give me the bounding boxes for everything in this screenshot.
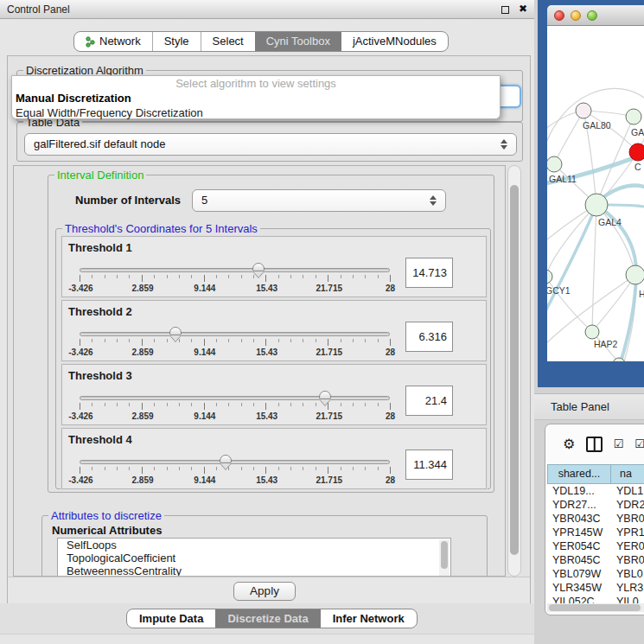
table-row[interactable]: YDL19...YDL1 (547, 484, 644, 498)
dropdown-option[interactable]: Manual Discretization (12, 91, 500, 105)
network-node-red[interactable] (629, 143, 644, 161)
slider-thumb[interactable] (220, 455, 232, 463)
slider-tick (278, 467, 279, 470)
tab-cyni-toolbox[interactable]: Cyni Toolbox (255, 32, 341, 51)
tick-label: 21.715 (316, 284, 342, 293)
tick-label: 15.43 (256, 411, 277, 421)
slider-tick (316, 275, 316, 278)
slider-tick (265, 467, 266, 474)
tab-discretize-data[interactable]: Discretize Data (215, 609, 320, 628)
slider-tick (191, 403, 192, 406)
network-node-green[interactable] (547, 156, 562, 172)
threshold-slider[interactable]: -3.4262.8599.14415.4321.71528 (80, 327, 390, 356)
list-item[interactable]: SelfLoops (58, 539, 450, 552)
network-edge[interactable] (547, 205, 596, 277)
slider-tick (92, 339, 92, 342)
table-row[interactable]: YIL052CYIL0 (547, 595, 644, 603)
table-data-combobox[interactable]: galFiltered.sif default node (24, 133, 517, 156)
apply-button[interactable]: Apply (233, 582, 296, 601)
table-row[interactable]: YLR345WYLR3 (547, 581, 644, 595)
table-row[interactable]: YBL079WYBL0 (547, 567, 644, 581)
network-edge[interactable] (554, 111, 583, 164)
tab-label: jActiveMNodules (353, 32, 437, 51)
close-traffic-light-icon[interactable] (554, 10, 564, 21)
tab-network[interactable]: Network (74, 32, 152, 51)
table-row[interactable]: YBR043CYBR0 (547, 512, 644, 526)
network-node-green[interactable] (626, 265, 644, 284)
network-node-green[interactable] (585, 325, 599, 339)
slider-track[interactable] (80, 332, 390, 336)
cell-shared-name: YPR145W (547, 526, 611, 539)
node-label: C (634, 162, 641, 172)
tick-label: 28 (386, 284, 395, 293)
threshold-slider[interactable]: -3.4262.8599.14415.4321.71528 (80, 391, 390, 420)
network-edge[interactable] (592, 205, 596, 332)
tab-select[interactable]: Select (201, 32, 255, 51)
slider-track[interactable] (80, 268, 390, 272)
slider-tick (216, 403, 217, 406)
tick-label: 2.859 (132, 348, 154, 357)
main-scrollbar[interactable] (507, 165, 521, 577)
list-item[interactable]: BetweennessCentrality (58, 564, 450, 577)
slider-tick (80, 403, 80, 410)
slider-tick (80, 339, 80, 346)
threshold-slider[interactable]: -3.4262.8599.14415.4321.71528 (80, 455, 390, 484)
slider-thumb[interactable] (319, 391, 331, 399)
threshold-slider[interactable]: -3.4262.8599.14415.4321.71528 (80, 263, 390, 292)
network-node-green[interactable] (585, 194, 608, 216)
table-horizontal-scrollbar[interactable] (547, 603, 644, 612)
checkbox-checked-icon[interactable]: ☑ (614, 437, 624, 451)
slider-tick (117, 403, 118, 406)
network-edge-highlighted[interactable] (547, 205, 596, 318)
network-canvas[interactable]: GAL80GACGAL11GAL4GCY1HHAP2 (547, 26, 644, 361)
threshold-value-field[interactable]: 6.316 (405, 322, 453, 352)
cell-shared-name: YBR045C (547, 553, 611, 567)
threshold-label: Threshold 1 (68, 241, 132, 254)
slider-tick (241, 339, 242, 342)
slider-tick (216, 275, 217, 278)
zoom-traffic-light-icon[interactable] (587, 10, 597, 21)
tab-impute-data[interactable]: Impute Data (127, 609, 215, 628)
cell-name: YPR1 (611, 526, 644, 539)
checkbox-checked-icon[interactable]: ☑ (634, 437, 644, 451)
gear-icon[interactable]: ⚙ (563, 437, 575, 451)
dropdown-option[interactable]: Equal Width/Frequency Discretization (12, 105, 500, 120)
network-node-green[interactable] (626, 109, 641, 124)
list-scrollbar[interactable] (439, 539, 450, 577)
slider-tick (303, 403, 303, 406)
slider-thumb[interactable] (169, 327, 182, 335)
cell-name: YDL1 (611, 484, 644, 498)
table-row[interactable]: YPR145WYPR1 (547, 526, 644, 539)
tab-jactivemnodules[interactable]: jActiveMNodules (341, 32, 448, 51)
threshold-value-field[interactable]: 21.4 (405, 386, 453, 416)
table-toolbar: ⚙☑☑ (545, 424, 644, 464)
threshold-value-field[interactable]: 11.344 (405, 450, 453, 480)
slider-track[interactable] (80, 396, 390, 400)
column-header-shared-name[interactable]: shared... (547, 464, 611, 484)
slider-track[interactable] (80, 460, 390, 464)
slider-tick (253, 403, 254, 406)
table-row[interactable]: YBR045CYBR0 (547, 553, 644, 567)
column-header-name[interactable]: na (611, 464, 644, 484)
bottom-tab-bar: Impute DataDiscretize DataInfer Network (126, 609, 418, 628)
network-node-green[interactable] (547, 270, 552, 284)
split-columns-icon[interactable] (586, 437, 602, 452)
table-row[interactable]: YDR27...YDR2 (547, 498, 644, 512)
cell-shared-name: YBL079W (547, 567, 611, 581)
tab-style[interactable]: Style (152, 32, 201, 51)
slider-tick (378, 403, 379, 406)
threshold-value-field[interactable]: 14.713 (405, 258, 453, 288)
tab-infer-network[interactable]: Infer Network (321, 609, 417, 628)
number-of-intervals-combobox[interactable]: 5 (192, 189, 446, 212)
list-item[interactable]: TopologicalCoefficient (58, 552, 450, 564)
close-icon[interactable]: ✖ (519, 3, 527, 15)
table-header-row: shared... na (547, 464, 644, 484)
table-row[interactable]: YER054CYER0 (547, 539, 644, 553)
main-scrollbar-thumb[interactable] (510, 185, 519, 555)
network-node-pink[interactable] (576, 103, 591, 118)
float-window-icon[interactable] (501, 6, 509, 14)
tick-label: 21.715 (316, 348, 342, 357)
numerical-attributes-list[interactable]: SelfLoopsTopologicalCoefficientBetweenne… (57, 538, 451, 577)
minimize-traffic-light-icon[interactable] (571, 10, 581, 21)
slider-thumb[interactable] (252, 263, 265, 271)
